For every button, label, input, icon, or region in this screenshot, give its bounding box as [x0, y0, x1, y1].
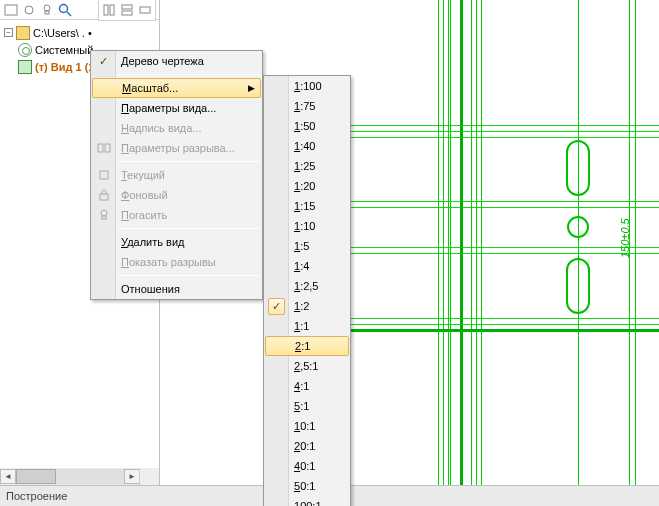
status-mode: Построение — [6, 490, 67, 502]
scale-option-label: 2,5:1 — [294, 360, 318, 372]
scale-option[interactable]: 100:1 — [264, 496, 350, 506]
ctx-item-view-params[interactable]: Параметры вида... — [91, 98, 262, 118]
scale-submenu: 1:1001:751:501:401:251:201:151:101:51:41… — [263, 75, 351, 506]
scale-option[interactable]: 1:2,5 — [264, 276, 350, 296]
scale-option[interactable]: 4:1 — [264, 376, 350, 396]
ctx-label: Параметры вида... — [121, 102, 216, 114]
svg-rect-16 — [102, 216, 106, 219]
bulb-icon[interactable] — [40, 3, 54, 17]
ctx-separator — [118, 161, 260, 162]
check-icon: ✓ — [268, 298, 285, 315]
svg-rect-11 — [98, 144, 103, 152]
mini-icon-1[interactable] — [102, 3, 116, 17]
ctx-item-show-breaks: Показать разрывы — [91, 252, 262, 272]
scale-option-label: 1:75 — [294, 100, 315, 112]
ctx-label: Текущий — [121, 169, 165, 181]
vline — [578, 0, 579, 485]
vline — [481, 0, 482, 485]
ctx-item-scale[interactable]: Масштаб... ▶ — [92, 78, 261, 98]
scale-option[interactable]: 1:15 — [264, 196, 350, 216]
svg-rect-12 — [105, 144, 110, 152]
scroll-left-button[interactable]: ◄ — [0, 469, 16, 484]
scale-option[interactable]: 2:1 — [265, 336, 349, 356]
tree-h-scrollbar[interactable]: ◄ ► — [0, 468, 140, 485]
vline — [450, 0, 451, 485]
ctx-separator — [118, 228, 260, 229]
expander-icon[interactable]: − — [4, 28, 13, 37]
svg-rect-6 — [104, 5, 108, 15]
hline — [351, 131, 659, 132]
ctx-label: Масштаб... — [122, 82, 178, 94]
toolbar-icon-2[interactable] — [22, 3, 36, 17]
svg-point-1 — [25, 6, 33, 14]
scroll-track[interactable] — [16, 469, 124, 484]
hline — [351, 247, 659, 248]
scale-option[interactable]: 1:5 — [264, 236, 350, 256]
toolbar-icon-1[interactable] — [4, 3, 18, 17]
svg-point-4 — [60, 4, 68, 12]
svg-rect-14 — [100, 194, 108, 200]
ctx-item-current: Текущий — [91, 165, 262, 185]
scale-option[interactable]: 1:25 — [264, 156, 350, 176]
ctx-label: Параметры разрыва... — [121, 142, 235, 154]
scale-option[interactable]: 10:1 — [264, 416, 350, 436]
ctx-label: Удалить вид — [121, 236, 184, 248]
scale-option-label: 1:5 — [294, 240, 309, 252]
scale-option-label: 1:4 — [294, 260, 309, 272]
scale-option-label: 1:10 — [294, 220, 315, 232]
ctx-item-drawing-tree[interactable]: ✓ Дерево чертежа — [91, 51, 262, 71]
current-icon — [96, 168, 111, 183]
tree-view-label: (т) Вид 1 (1: — [35, 61, 98, 73]
view-icon — [18, 60, 32, 74]
vline — [471, 0, 472, 485]
hline — [351, 207, 659, 208]
zoom-icon[interactable] — [58, 3, 72, 17]
scale-option[interactable]: 2,5:1 — [264, 356, 350, 376]
mini-icon-3[interactable] — [138, 3, 152, 17]
scale-option-label: 1:40 — [294, 140, 315, 152]
scale-option[interactable]: 1:40 — [264, 136, 350, 156]
ctx-item-break-params: Параметры разрыва... — [91, 138, 262, 158]
tree-root-ellipsis: . • — [82, 27, 92, 39]
scale-option-label: 1:1 — [294, 320, 309, 332]
folder-icon — [16, 26, 30, 40]
dimension-label: 150±0.5 — [619, 218, 631, 258]
tree-row-root[interactable]: − C:\Users\ . • — [2, 24, 157, 41]
scale-option[interactable]: 1:1 — [264, 316, 350, 336]
vline — [448, 0, 449, 485]
scale-option[interactable]: 1:75 — [264, 96, 350, 116]
hline — [351, 125, 659, 126]
ctx-item-delete-view[interactable]: Удалить вид — [91, 232, 262, 252]
ctx-label: Дерево чертежа — [121, 55, 204, 67]
scale-option-label: 10:1 — [294, 420, 315, 432]
slot-top — [566, 140, 590, 196]
vline — [438, 0, 439, 485]
scale-option[interactable]: 1:4 — [264, 256, 350, 276]
scale-option[interactable]: 20:1 — [264, 436, 350, 456]
tree-system-label: Системный — [35, 44, 93, 56]
scale-option[interactable]: ✓1:2 — [264, 296, 350, 316]
svg-rect-3 — [45, 11, 49, 14]
ctx-item-relations[interactable]: Отношения — [91, 279, 262, 299]
scroll-right-button[interactable]: ► — [124, 469, 140, 484]
mini-icon-row — [98, 0, 156, 21]
scale-option[interactable]: 1:100 — [264, 76, 350, 96]
scale-option[interactable]: 40:1 — [264, 456, 350, 476]
scale-option[interactable]: 50:1 — [264, 476, 350, 496]
svg-point-2 — [44, 5, 50, 11]
hline — [351, 324, 659, 325]
ctx-label: Фоновый — [121, 189, 168, 201]
svg-rect-0 — [5, 5, 17, 15]
vline — [443, 0, 444, 485]
scale-option-label: 1:50 — [294, 120, 315, 132]
scroll-thumb[interactable] — [16, 469, 56, 484]
scale-option[interactable]: 1:20 — [264, 176, 350, 196]
tree-root-label: C:\Users\ — [33, 27, 79, 39]
scale-option[interactable]: 1:10 — [264, 216, 350, 236]
circle-mid — [567, 216, 589, 238]
mini-icon-2[interactable] — [120, 3, 134, 17]
scale-option-label: 1:2,5 — [294, 280, 318, 292]
scale-option[interactable]: 1:50 — [264, 116, 350, 136]
ctx-label: Отношения — [121, 283, 180, 295]
scale-option[interactable]: 5:1 — [264, 396, 350, 416]
